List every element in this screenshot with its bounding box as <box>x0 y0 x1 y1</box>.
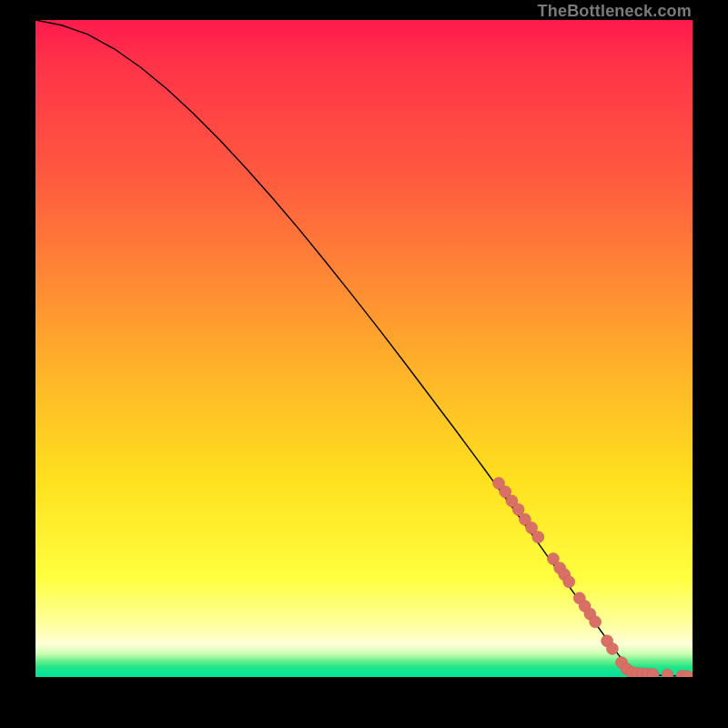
curve-marker <box>532 531 544 543</box>
chart-overlay <box>35 20 693 677</box>
curve-marker <box>590 616 602 628</box>
curve-marker <box>606 642 618 654</box>
bottleneck-curve <box>35 20 693 676</box>
curve-markers <box>493 478 693 677</box>
chart-area <box>35 20 693 677</box>
curve-marker <box>662 669 673 677</box>
curve-marker <box>512 503 524 515</box>
curve-marker <box>563 576 575 588</box>
watermark: TheBottleneck.com <box>538 2 692 21</box>
